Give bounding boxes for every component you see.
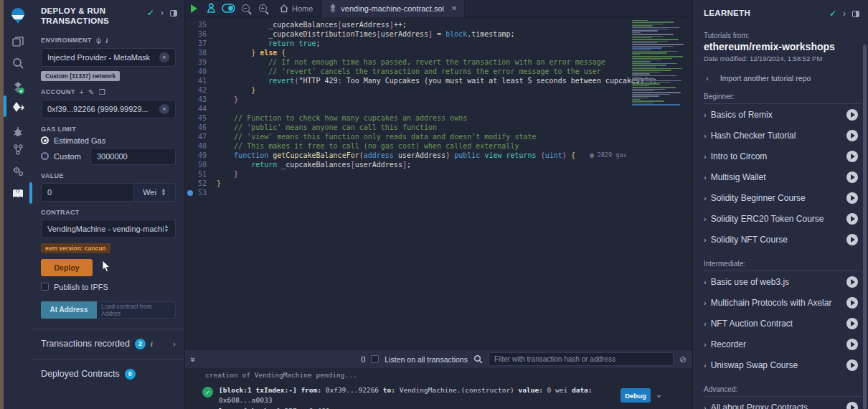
play-tutorial-icon[interactable] — [846, 297, 858, 309]
at-address-input[interactable]: Load contract from Addres — [97, 301, 176, 319]
terminal-filter-input[interactable]: Filter with transaction hash or address — [489, 352, 674, 366]
panel-collapse-icon[interactable]: › — [161, 8, 164, 18]
file-explorer-icon[interactable] — [4, 30, 32, 53]
play-tutorial-icon[interactable] — [846, 130, 858, 141]
tutorial-item[interactable]: ›Multisig Wallet — [693, 166, 868, 187]
code-line[interactable]: 39 // If not enough time has passed, rev… — [185, 57, 657, 67]
walkthrough-robot-icon[interactable] — [202, 0, 220, 17]
search-icon[interactable] — [4, 52, 32, 75]
play-tutorial-icon[interactable] — [846, 402, 858, 409]
listen-checkbox[interactable] — [371, 355, 379, 363]
solidity-icon — [329, 4, 336, 13]
tutorial-item[interactable]: ›All about Proxy Contracts — [693, 397, 868, 409]
play-tutorial-icon[interactable] — [846, 318, 858, 329]
estimated-gas-radio[interactable]: Estimated Gas — [41, 136, 176, 145]
tutorial-item[interactable]: ›Uniswap Swap Course — [693, 354, 868, 375]
transactions-expand-icon[interactable]: › — [173, 339, 176, 348]
code-editor[interactable]: 35 _cupcakeBalances[userAddress]++;36 _c… — [185, 17, 692, 349]
tutorial-item[interactable]: ›Multichain Protocols with Axelar — [693, 292, 868, 313]
code-line[interactable]: 36 _cupcakeDistributionTimes[userAddress… — [185, 29, 657, 39]
git-icon[interactable] — [4, 138, 32, 161]
at-address-button[interactable]: At Address — [41, 301, 97, 319]
play-tutorial-icon[interactable] — [846, 234, 858, 245]
value-input[interactable]: 0 — [41, 183, 134, 202]
value-unit-select[interactable]: Wei▲▼ — [134, 183, 176, 202]
code-line[interactable]: 46 // 'public' means anyone can call thi… — [185, 123, 657, 132]
code-line[interactable]: 50 return _cupcakeBalances[userAddress]; — [185, 160, 657, 169]
add-account-icon[interactable]: + — [80, 88, 84, 96]
play-tutorial-icon[interactable] — [846, 213, 858, 225]
play-tutorial-icon[interactable] — [846, 339, 858, 350]
code-line[interactable]: 45 // Function to check how many cupcake… — [185, 113, 657, 123]
code-line[interactable]: 49 function getCupcakeBalanceFor(address… — [185, 151, 657, 160]
code-line[interactable]: 51 } — [185, 169, 657, 179]
close-tab-icon[interactable]: ✕ — [451, 4, 457, 12]
transactions-info-icon[interactable]: i — [151, 340, 153, 348]
environment-select[interactable]: Injected Provider - MetaMask● — [41, 48, 176, 67]
tutorial-item[interactable]: ›Solidity ERC20 Token Course — [693, 208, 868, 229]
play-tutorial-icon[interactable] — [846, 109, 858, 121]
tx-expand-icon[interactable]: ⌄ — [656, 390, 661, 409]
info-icon[interactable]: i — [105, 37, 108, 44]
clear-console-icon[interactable]: ⊘ — [679, 354, 687, 365]
tutorial-item[interactable]: ›Basics of Remix — [693, 104, 868, 125]
edit-account-icon[interactable]: ✎ — [88, 88, 95, 96]
code-line[interactable]: 41 revert("HTTP 429: Too Many Cupcakes (… — [185, 76, 657, 85]
editor-minimap[interactable] — [632, 17, 687, 106]
learneth-book-icon[interactable] — [4, 182, 32, 205]
code-line[interactable]: 40 // 'revert' cancels the transaction a… — [185, 67, 657, 76]
play-tutorial-icon[interactable] — [846, 192, 858, 204]
debug-button[interactable]: Debug — [621, 388, 651, 403]
account-copy-icon[interactable]: ● — [159, 104, 169, 114]
copy-account-icon[interactable]: ❐ — [99, 88, 105, 96]
transaction-log-entry[interactable]: ✓ [block:1 txIndex:-] from: 0xf39...9226… — [185, 379, 692, 409]
code-line[interactable]: 52} — [185, 179, 657, 188]
play-tutorial-icon[interactable] — [846, 276, 858, 288]
code-line[interactable]: 42 } — [185, 85, 657, 95]
tutorial-item[interactable]: ›Recorder — [693, 334, 868, 354]
active-file-tab[interactable]: vending-machine-contract.sol ✕ — [321, 0, 465, 17]
contract-select[interactable]: VendingMachine - vending-machin▲▼ — [41, 220, 176, 238]
zoom-out-icon[interactable]: − — [237, 0, 254, 17]
play-tutorial-icon[interactable] — [846, 171, 858, 183]
code-line[interactable]: 37 return true; — [185, 39, 657, 48]
toggle-switch-icon[interactable] — [220, 0, 237, 17]
tutorial-item[interactable]: ›Solidity NFT Course — [693, 229, 868, 250]
tutorial-item[interactable]: ›Basic use of web3.js — [693, 271, 868, 292]
deploy-button[interactable]: Deploy — [41, 259, 93, 276]
play-tutorial-icon[interactable] — [846, 359, 858, 371]
tutorial-item[interactable]: ›NFT Auction Contract — [693, 313, 868, 334]
deploy-run-icon[interactable] — [4, 96, 32, 119]
remix-logo-icon[interactable] — [4, 4, 32, 27]
transactions-recorded-row[interactable]: Transactions recorded 2 i › — [32, 329, 184, 359]
code-line[interactable]: 35 _cupcakeBalances[userAddress]++; — [185, 20, 657, 29]
tutorial-item[interactable]: ›Intro to Circom — [693, 146, 868, 166]
tutorial-item[interactable]: ›Solidity Beginner Course — [693, 187, 868, 208]
terminal-expand-icon[interactable]: » — [188, 357, 198, 362]
code-line[interactable]: 43 } — [185, 95, 657, 104]
panel-pin-icon[interactable] — [170, 10, 177, 17]
home-tab[interactable]: Home — [271, 0, 321, 17]
breakpoint-dot[interactable] — [187, 190, 193, 196]
code-line[interactable]: 44 — [185, 104, 657, 113]
deployed-count-badge: 0 — [125, 369, 136, 380]
learneth-pin-icon[interactable] — [852, 11, 859, 17]
run-script-button[interactable] — [185, 0, 202, 17]
play-tutorial-icon[interactable] — [846, 151, 858, 162]
custom-gas-input[interactable]: 3000000 — [90, 148, 176, 165]
code-line[interactable]: 38 } else { — [185, 48, 657, 57]
publish-ipfs-row[interactable]: Publish to IPFS — [41, 283, 176, 291]
learneth-scrollbar[interactable] — [863, 44, 867, 409]
code-line[interactable]: 53 — [185, 188, 657, 197]
code-line[interactable]: 47 // 'view' means this function only re… — [185, 132, 657, 141]
custom-gas-radio[interactable]: Custom3000000 — [41, 148, 176, 165]
deployed-contracts-row[interactable]: Deployed Contracts 0 — [32, 359, 184, 389]
import-tutorial-repo[interactable]: › Import another tutorial repo — [693, 62, 868, 83]
learneth-collapse-icon[interactable]: › — [843, 9, 846, 19]
zoom-in-icon[interactable]: + — [254, 0, 271, 17]
terminal-output[interactable]: creation of VendingMachine pending... ✓ … — [185, 368, 692, 409]
tutorial-item[interactable]: ›Hash Checker Tutorial — [693, 125, 868, 146]
account-select[interactable]: 0xf39...92266 (9999.99929...● — [41, 100, 176, 118]
code-line[interactable]: 48 // This makes it free to call (no gas… — [185, 141, 657, 151]
settings-gears-icon[interactable] — [4, 159, 32, 182]
